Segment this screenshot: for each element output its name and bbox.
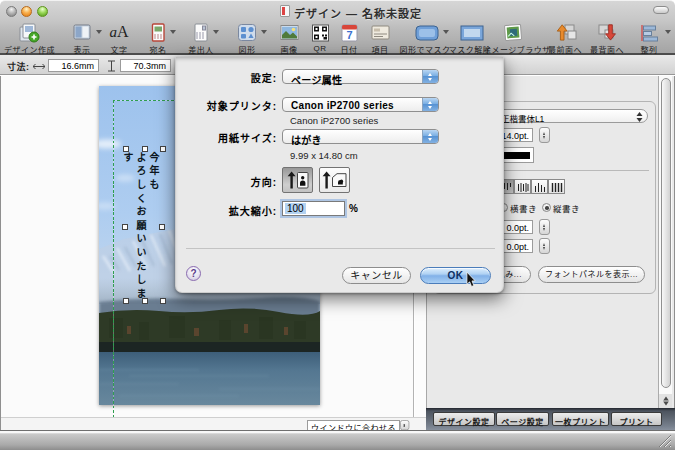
svg-text:7: 7 <box>346 29 352 41</box>
